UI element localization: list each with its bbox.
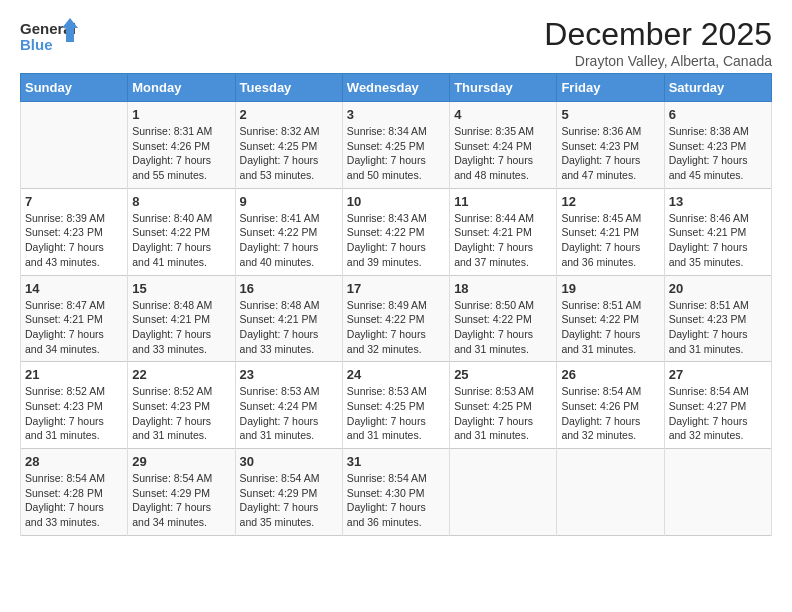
calendar-cell: 17Sunrise: 8:49 AM Sunset: 4:22 PM Dayli…	[342, 275, 449, 362]
header-saturday: Saturday	[664, 74, 771, 102]
day-number: 6	[669, 107, 767, 122]
day-number: 20	[669, 281, 767, 296]
month-title: December 2025	[544, 16, 772, 53]
day-number: 27	[669, 367, 767, 382]
day-info: Sunrise: 8:43 AM Sunset: 4:22 PM Dayligh…	[347, 211, 445, 270]
day-info: Sunrise: 8:49 AM Sunset: 4:22 PM Dayligh…	[347, 298, 445, 357]
calendar-cell: 7Sunrise: 8:39 AM Sunset: 4:23 PM Daylig…	[21, 188, 128, 275]
week-row-3: 21Sunrise: 8:52 AM Sunset: 4:23 PM Dayli…	[21, 362, 772, 449]
calendar-cell	[664, 449, 771, 536]
day-number: 5	[561, 107, 659, 122]
day-info: Sunrise: 8:53 AM Sunset: 4:25 PM Dayligh…	[347, 384, 445, 443]
day-number: 25	[454, 367, 552, 382]
calendar-cell: 28Sunrise: 8:54 AM Sunset: 4:28 PM Dayli…	[21, 449, 128, 536]
day-info: Sunrise: 8:54 AM Sunset: 4:29 PM Dayligh…	[240, 471, 338, 530]
day-number: 22	[132, 367, 230, 382]
calendar-header-row: SundayMondayTuesdayWednesdayThursdayFrid…	[21, 74, 772, 102]
calendar-cell	[21, 102, 128, 189]
day-number: 30	[240, 454, 338, 469]
day-info: Sunrise: 8:48 AM Sunset: 4:21 PM Dayligh…	[240, 298, 338, 357]
calendar-cell: 2Sunrise: 8:32 AM Sunset: 4:25 PM Daylig…	[235, 102, 342, 189]
calendar-cell: 3Sunrise: 8:34 AM Sunset: 4:25 PM Daylig…	[342, 102, 449, 189]
calendar-cell: 14Sunrise: 8:47 AM Sunset: 4:21 PM Dayli…	[21, 275, 128, 362]
logo-svg: General Blue	[20, 16, 80, 60]
day-info: Sunrise: 8:46 AM Sunset: 4:21 PM Dayligh…	[669, 211, 767, 270]
day-info: Sunrise: 8:51 AM Sunset: 4:22 PM Dayligh…	[561, 298, 659, 357]
day-info: Sunrise: 8:32 AM Sunset: 4:25 PM Dayligh…	[240, 124, 338, 183]
day-number: 13	[669, 194, 767, 209]
day-number: 15	[132, 281, 230, 296]
day-number: 1	[132, 107, 230, 122]
day-info: Sunrise: 8:54 AM Sunset: 4:29 PM Dayligh…	[132, 471, 230, 530]
week-row-2: 14Sunrise: 8:47 AM Sunset: 4:21 PM Dayli…	[21, 275, 772, 362]
calendar-cell	[557, 449, 664, 536]
day-info: Sunrise: 8:38 AM Sunset: 4:23 PM Dayligh…	[669, 124, 767, 183]
day-info: Sunrise: 8:54 AM Sunset: 4:26 PM Dayligh…	[561, 384, 659, 443]
calendar-cell: 22Sunrise: 8:52 AM Sunset: 4:23 PM Dayli…	[128, 362, 235, 449]
calendar-cell: 31Sunrise: 8:54 AM Sunset: 4:30 PM Dayli…	[342, 449, 449, 536]
calendar-cell: 30Sunrise: 8:54 AM Sunset: 4:29 PM Dayli…	[235, 449, 342, 536]
day-number: 24	[347, 367, 445, 382]
header-wednesday: Wednesday	[342, 74, 449, 102]
day-info: Sunrise: 8:47 AM Sunset: 4:21 PM Dayligh…	[25, 298, 123, 357]
calendar-cell: 18Sunrise: 8:50 AM Sunset: 4:22 PM Dayli…	[450, 275, 557, 362]
calendar-cell: 6Sunrise: 8:38 AM Sunset: 4:23 PM Daylig…	[664, 102, 771, 189]
day-info: Sunrise: 8:34 AM Sunset: 4:25 PM Dayligh…	[347, 124, 445, 183]
day-info: Sunrise: 8:40 AM Sunset: 4:22 PM Dayligh…	[132, 211, 230, 270]
day-number: 31	[347, 454, 445, 469]
calendar-cell: 23Sunrise: 8:53 AM Sunset: 4:24 PM Dayli…	[235, 362, 342, 449]
calendar-cell: 24Sunrise: 8:53 AM Sunset: 4:25 PM Dayli…	[342, 362, 449, 449]
day-number: 21	[25, 367, 123, 382]
title-block: December 2025 Drayton Valley, Alberta, C…	[544, 16, 772, 69]
day-number: 29	[132, 454, 230, 469]
calendar-cell: 26Sunrise: 8:54 AM Sunset: 4:26 PM Dayli…	[557, 362, 664, 449]
day-number: 26	[561, 367, 659, 382]
calendar-cell: 5Sunrise: 8:36 AM Sunset: 4:23 PM Daylig…	[557, 102, 664, 189]
day-info: Sunrise: 8:50 AM Sunset: 4:22 PM Dayligh…	[454, 298, 552, 357]
day-number: 9	[240, 194, 338, 209]
day-number: 10	[347, 194, 445, 209]
day-number: 3	[347, 107, 445, 122]
calendar-cell: 9Sunrise: 8:41 AM Sunset: 4:22 PM Daylig…	[235, 188, 342, 275]
calendar-cell: 11Sunrise: 8:44 AM Sunset: 4:21 PM Dayli…	[450, 188, 557, 275]
day-number: 23	[240, 367, 338, 382]
day-info: Sunrise: 8:31 AM Sunset: 4:26 PM Dayligh…	[132, 124, 230, 183]
day-info: Sunrise: 8:53 AM Sunset: 4:25 PM Dayligh…	[454, 384, 552, 443]
svg-text:Blue: Blue	[20, 36, 53, 53]
week-row-1: 7Sunrise: 8:39 AM Sunset: 4:23 PM Daylig…	[21, 188, 772, 275]
calendar-cell: 8Sunrise: 8:40 AM Sunset: 4:22 PM Daylig…	[128, 188, 235, 275]
day-number: 7	[25, 194, 123, 209]
calendar-cell: 19Sunrise: 8:51 AM Sunset: 4:22 PM Dayli…	[557, 275, 664, 362]
day-info: Sunrise: 8:54 AM Sunset: 4:27 PM Dayligh…	[669, 384, 767, 443]
day-info: Sunrise: 8:51 AM Sunset: 4:23 PM Dayligh…	[669, 298, 767, 357]
header-friday: Friday	[557, 74, 664, 102]
calendar-cell: 15Sunrise: 8:48 AM Sunset: 4:21 PM Dayli…	[128, 275, 235, 362]
day-number: 18	[454, 281, 552, 296]
calendar-cell: 20Sunrise: 8:51 AM Sunset: 4:23 PM Dayli…	[664, 275, 771, 362]
day-info: Sunrise: 8:41 AM Sunset: 4:22 PM Dayligh…	[240, 211, 338, 270]
day-info: Sunrise: 8:39 AM Sunset: 4:23 PM Dayligh…	[25, 211, 123, 270]
day-number: 19	[561, 281, 659, 296]
day-number: 2	[240, 107, 338, 122]
day-number: 28	[25, 454, 123, 469]
week-row-0: 1Sunrise: 8:31 AM Sunset: 4:26 PM Daylig…	[21, 102, 772, 189]
day-info: Sunrise: 8:54 AM Sunset: 4:30 PM Dayligh…	[347, 471, 445, 530]
calendar-cell: 10Sunrise: 8:43 AM Sunset: 4:22 PM Dayli…	[342, 188, 449, 275]
day-number: 12	[561, 194, 659, 209]
calendar-cell: 16Sunrise: 8:48 AM Sunset: 4:21 PM Dayli…	[235, 275, 342, 362]
day-info: Sunrise: 8:52 AM Sunset: 4:23 PM Dayligh…	[132, 384, 230, 443]
day-number: 16	[240, 281, 338, 296]
day-info: Sunrise: 8:44 AM Sunset: 4:21 PM Dayligh…	[454, 211, 552, 270]
calendar-cell	[450, 449, 557, 536]
page-header: General Blue December 2025 Drayton Valle…	[20, 16, 772, 69]
calendar-cell: 12Sunrise: 8:45 AM Sunset: 4:21 PM Dayli…	[557, 188, 664, 275]
day-info: Sunrise: 8:54 AM Sunset: 4:28 PM Dayligh…	[25, 471, 123, 530]
day-info: Sunrise: 8:36 AM Sunset: 4:23 PM Dayligh…	[561, 124, 659, 183]
header-tuesday: Tuesday	[235, 74, 342, 102]
day-number: 14	[25, 281, 123, 296]
day-number: 17	[347, 281, 445, 296]
calendar-cell: 4Sunrise: 8:35 AM Sunset: 4:24 PM Daylig…	[450, 102, 557, 189]
calendar-cell: 13Sunrise: 8:46 AM Sunset: 4:21 PM Dayli…	[664, 188, 771, 275]
header-monday: Monday	[128, 74, 235, 102]
day-info: Sunrise: 8:53 AM Sunset: 4:24 PM Dayligh…	[240, 384, 338, 443]
